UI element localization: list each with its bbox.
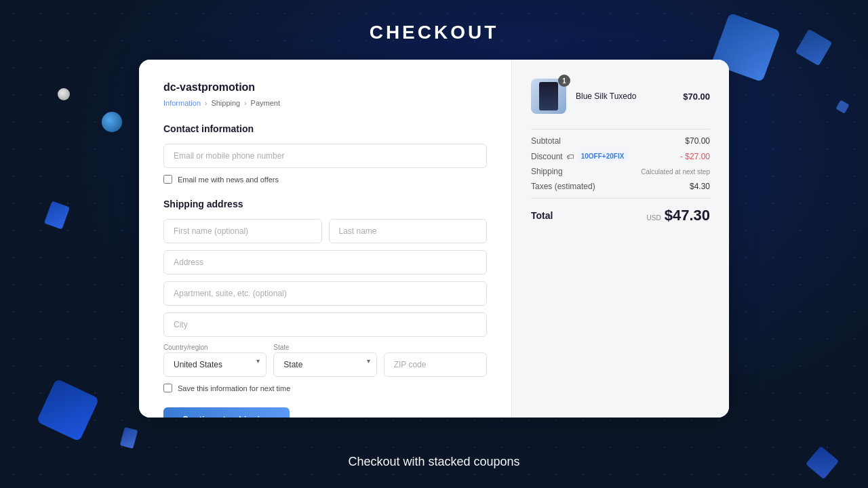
order-item: 1 Blue Silk Tuxedo $70.00 [531,79,710,114]
apt-input[interactable] [163,281,487,306]
country-state-zip-row: Country/region United States ▾ State Sta… [163,344,487,377]
email-group [163,144,487,168]
country-select[interactable]: United States [163,352,267,377]
subtotal-value: $70.00 [685,136,710,146]
email-input[interactable] [163,144,487,168]
apt-group [163,281,487,306]
shipping-value: Calculated at next step [641,168,710,176]
breadcrumb-shipping[interactable]: Shipping [211,99,240,107]
continue-button[interactable]: Continue to shipping [163,407,290,418]
save-info-row: Save this information for next time [163,384,487,392]
address-group [163,250,487,274]
breadcrumb: Information › Shipping › Payment [163,99,487,107]
breadcrumb-sep1: › [205,100,207,107]
total-currency: USD [647,214,661,222]
product-image-wrap: 1 [531,79,566,114]
total-label: Total [531,210,553,221]
discount-text: Discount [531,152,563,161]
breadcrumb-sep2: › [244,100,246,107]
country-wrapper: Country/region United States ▾ [163,344,267,377]
breadcrumb-payment[interactable]: Payment [251,99,280,107]
shipping-section-title: Shipping address [163,199,487,209]
zip-spacer [384,344,487,351]
newsletter-row: Email me with news and offers [163,175,487,184]
city-input[interactable] [163,312,487,337]
product-price: $70.00 [683,92,710,102]
product-name: Blue Silk Tuxedo [576,92,673,101]
store-name: dc-vastpromotion [163,81,487,94]
discount-code: 10OFF+20FIX [577,151,629,161]
state-wrapper: State State ▾ [273,344,376,377]
address-input[interactable] [163,250,487,274]
breadcrumb-information[interactable]: Information [163,99,201,107]
newsletter-label: Email me with news and offers [178,176,279,184]
taxes-row: Taxes (estimated) $4.30 [531,182,710,191]
page-title: CHECKOUT [370,22,499,43]
discount-label-wrap: Discount 🏷 10OFF+20FIX [531,151,628,161]
taxes-label: Taxes (estimated) [531,182,595,191]
zip-input[interactable] [384,352,487,377]
qty-badge: 1 [558,75,570,87]
total-row: Total USD $47.30 [531,207,710,224]
shipping-label: Shipping [531,167,563,176]
product-figure [539,82,558,110]
subtotal-label: Subtotal [531,136,561,146]
discount-row: Discount 🏷 10OFF+20FIX - $27.00 [531,151,710,161]
save-info-checkbox[interactable] [163,384,172,392]
right-panel: 1 Blue Silk Tuxedo $70.00 Subtotal $70.0… [512,60,729,418]
total-value-wrap: USD $47.30 [647,207,710,224]
shipping-row: Shipping Calculated at next step [531,167,710,176]
contact-section-title: Contact information [163,123,487,134]
continue-btn-wrapper: Continue to shipping [163,407,487,418]
total-value: $47.30 [665,207,710,224]
left-panel: dc-vastpromotion Information › Shipping … [139,60,512,418]
zip-wrapper [384,344,487,377]
checkout-card: dc-vastpromotion Information › Shipping … [139,60,729,418]
country-label: Country/region [163,344,267,351]
first-name-input[interactable] [163,219,322,243]
taxes-value: $4.30 [690,182,710,191]
discount-tag-icon: 🏷 [566,152,574,161]
state-label: State [273,344,376,351]
last-name-input[interactable] [329,219,488,243]
city-group [163,312,487,337]
subtotal-row: Subtotal $70.00 [531,136,710,146]
save-info-label: Save this information for next time [178,384,290,392]
divider2 [531,198,710,199]
discount-value: - $27.00 [680,152,710,161]
state-select[interactable]: State [273,352,376,377]
divider1 [531,129,710,129]
name-row [163,219,487,243]
newsletter-checkbox[interactable] [163,175,172,184]
page-tagline: Checkout with stacked coupons [348,455,519,469]
